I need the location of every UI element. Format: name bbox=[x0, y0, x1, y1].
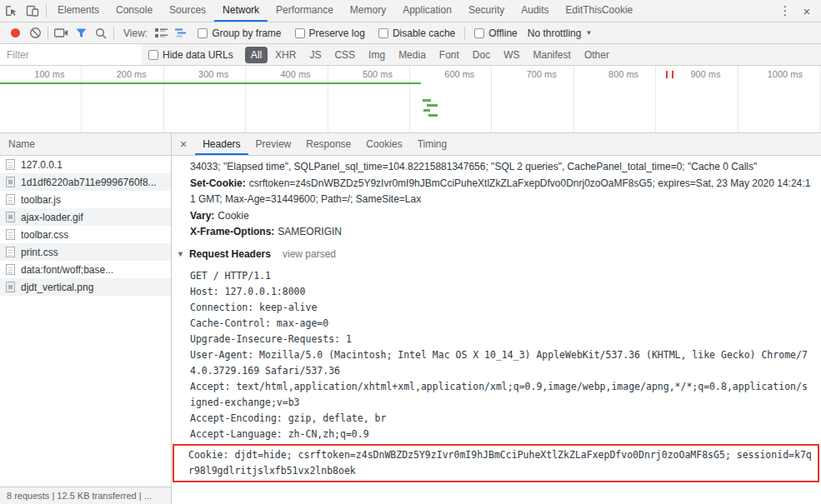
filter-type-media[interactable]: Media bbox=[393, 47, 432, 63]
tab-memory[interactable]: Memory bbox=[342, 0, 394, 22]
filter-type-js[interactable]: JS bbox=[303, 47, 327, 63]
detail-tab-timing[interactable]: Timing bbox=[410, 133, 455, 155]
view-parsed-link[interactable]: view parsed bbox=[283, 247, 336, 263]
filter-type-ws[interactable]: WS bbox=[498, 47, 525, 63]
timeline-grid: 100 ms 200 ms 300 ms 400 ms 500 ms 600 m… bbox=[0, 66, 821, 132]
request-row[interactable]: ajax-loader.gif bbox=[0, 208, 171, 226]
offline-checkbox[interactable]: Offline bbox=[474, 27, 517, 39]
throttling-dropdown[interactable]: No throttling ▼ bbox=[528, 27, 593, 39]
detail-tab-cookies[interactable]: Cookies bbox=[358, 133, 409, 155]
raw-header-line: Accept: text/html,application/xhtml+xml,… bbox=[190, 379, 813, 411]
preserve-log-label: Preserve log bbox=[309, 27, 365, 39]
close-devtools-icon[interactable]: × bbox=[796, 4, 818, 18]
record-network-log-button[interactable] bbox=[5, 24, 25, 42]
capture-screenshots-button[interactable] bbox=[51, 24, 71, 42]
detail-tab-preview[interactable]: Preview bbox=[248, 133, 299, 155]
preserve-log-input[interactable] bbox=[295, 28, 305, 38]
request-row[interactable]: toolbar.js bbox=[0, 191, 171, 208]
panel-tabs: Elements Console Sources Network Perform… bbox=[49, 0, 641, 22]
stylesheet-file-icon bbox=[6, 229, 15, 240]
hide-data-urls-checkbox[interactable]: Hide data URLs bbox=[148, 49, 233, 61]
request-list: 127.0.0.1 1d1df6220ab711e9996760f8... to… bbox=[0, 156, 171, 487]
offline-input[interactable] bbox=[474, 28, 484, 38]
response-header-line: Set-Cookie:csrftoken=z4sDnWBZDz5Y9zIvr0m… bbox=[190, 176, 813, 208]
preserve-log-checkbox[interactable]: Preserve log bbox=[295, 27, 365, 39]
filter-type-font[interactable]: Font bbox=[433, 47, 465, 63]
raw-header-line: GET / HTTP/1.1 bbox=[190, 268, 813, 284]
more-menu-icon[interactable]: ⋮ bbox=[774, 3, 796, 18]
tab-application[interactable]: Application bbox=[394, 0, 460, 22]
tick-label: 500 ms bbox=[328, 69, 409, 79]
clear-network-log-button[interactable] bbox=[25, 24, 45, 42]
detail-tab-response[interactable]: Response bbox=[298, 133, 358, 155]
request-details-panel: × Headers Preview Response Cookies Timin… bbox=[172, 133, 821, 504]
image-file-icon bbox=[6, 177, 15, 187]
tab-security[interactable]: Security bbox=[460, 0, 513, 22]
filter-type-xhr[interactable]: XHR bbox=[269, 47, 302, 63]
close-details-icon[interactable]: × bbox=[172, 137, 195, 151]
tick-label: 600 ms bbox=[410, 69, 491, 79]
filter-type-doc[interactable]: Doc bbox=[467, 47, 496, 63]
inspect-element-icon[interactable] bbox=[0, 0, 22, 22]
timeline-request-bar bbox=[423, 109, 430, 112]
hide-data-urls-input[interactable] bbox=[148, 50, 158, 60]
search-icon[interactable] bbox=[91, 24, 111, 42]
tab-performance[interactable]: Performance bbox=[268, 0, 342, 22]
filter-type-img[interactable]: Img bbox=[363, 47, 391, 63]
raw-header-line: User-Agent: Mozilla/5.0 (Macintosh; Inte… bbox=[190, 347, 813, 379]
request-row[interactable]: djdt_vertical.png bbox=[0, 278, 171, 296]
filter-type-all[interactable]: All bbox=[245, 47, 268, 63]
request-headers-section[interactable]: ▼ Request Headers view parsed bbox=[177, 247, 813, 263]
raw-request-headers: GET / HTTP/1.1 Host: 127.0.0.1:8000 Conn… bbox=[190, 268, 813, 442]
filter-type-css[interactable]: CSS bbox=[328, 47, 361, 63]
request-row[interactable]: print.css bbox=[0, 243, 171, 261]
group-by-frame-label: Group by frame bbox=[212, 27, 281, 39]
timeline-request-bar bbox=[423, 99, 431, 102]
timeline-request-bar bbox=[427, 104, 438, 107]
show-overview-icon[interactable] bbox=[171, 24, 191, 42]
record-icon bbox=[11, 28, 20, 37]
tab-elements[interactable]: Elements bbox=[49, 0, 108, 22]
divider bbox=[48, 27, 48, 40]
tick-label: 200 ms bbox=[82, 69, 163, 79]
network-main-area: Name 127.0.0.1 1d1df6220ab711e9996760f8.… bbox=[0, 133, 821, 504]
tab-audits[interactable]: Audits bbox=[513, 0, 557, 22]
request-row[interactable]: 127.0.0.1 bbox=[0, 156, 171, 173]
raw-header-line: Connection: keep-alive bbox=[190, 300, 813, 316]
raw-header-line: Host: 127.0.0.1:8000 bbox=[190, 284, 813, 300]
group-by-frame-input[interactable] bbox=[198, 28, 208, 38]
request-headers-title: Request Headers bbox=[189, 247, 271, 263]
disable-cache-input[interactable] bbox=[378, 28, 388, 38]
filter-toggle-icon[interactable] bbox=[71, 24, 91, 42]
device-toolbar-icon[interactable] bbox=[22, 0, 43, 22]
tick-label: 1000 ms bbox=[738, 69, 819, 79]
tab-console[interactable]: Console bbox=[108, 0, 161, 22]
filter-type-other[interactable]: Other bbox=[578, 47, 615, 63]
request-row[interactable]: data:font/woff;base... bbox=[0, 261, 171, 278]
disable-cache-checkbox[interactable]: Disable cache bbox=[378, 27, 455, 39]
document-file-icon bbox=[6, 159, 15, 170]
tabbar-right-controls: ⋮ × bbox=[774, 3, 821, 18]
tick-label: 400 ms bbox=[246, 69, 327, 79]
raw-header-line: Upgrade-Insecure-Requests: 1 bbox=[190, 332, 813, 347]
detail-tab-headers[interactable]: Headers bbox=[195, 133, 248, 155]
large-request-rows-icon[interactable] bbox=[151, 24, 171, 42]
disclosure-triangle-icon[interactable]: ▼ bbox=[177, 247, 184, 263]
requests-summary-bar: 8 requests | 12.5 KB transferred | ... bbox=[0, 487, 171, 504]
request-row[interactable]: 1d1df6220ab711e9996760f8... bbox=[0, 173, 171, 191]
filter-input[interactable] bbox=[0, 44, 142, 65]
tab-editthiscookie[interactable]: EditThisCookie bbox=[558, 0, 642, 22]
load-event-marker bbox=[672, 71, 673, 78]
tab-sources[interactable]: Sources bbox=[161, 0, 214, 22]
request-row[interactable]: toolbar.css bbox=[0, 226, 171, 243]
load-event-marker bbox=[666, 71, 668, 78]
stylesheet-file-icon bbox=[6, 247, 15, 257]
tab-network[interactable]: Network bbox=[214, 0, 268, 22]
network-overview-timeline[interactable]: 100 ms 200 ms 300 ms 400 ms 500 ms 600 m… bbox=[0, 66, 821, 133]
network-toolbar: View: Group by frame Preserve log Disabl… bbox=[0, 22, 821, 44]
filter-type-manifest[interactable]: Manifest bbox=[528, 47, 577, 63]
headers-content[interactable]: 34033; "Elapsed time", SQLPanel_sql_time… bbox=[172, 156, 821, 504]
name-column-header[interactable]: Name bbox=[0, 133, 171, 156]
tick-label: 900 ms bbox=[656, 69, 737, 79]
group-by-frame-checkbox[interactable]: Group by frame bbox=[198, 27, 281, 39]
